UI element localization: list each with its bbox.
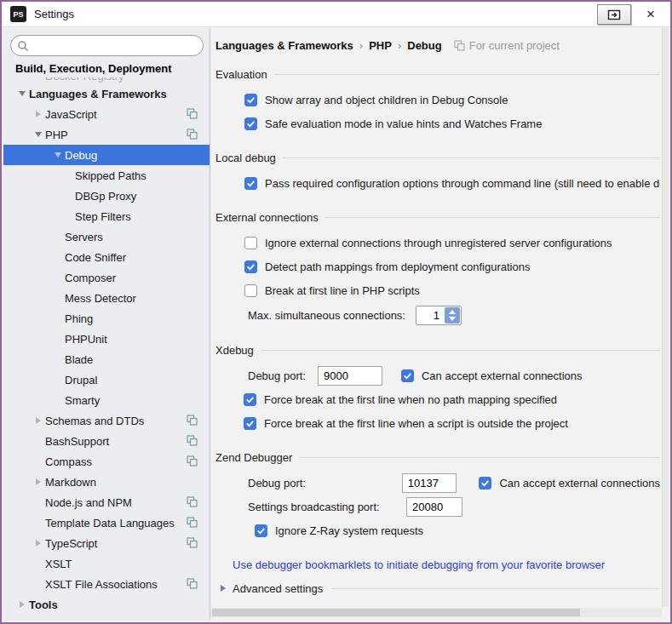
sidebar-item-skipped-paths[interactable]: Skipped Paths — [3, 165, 210, 186]
advanced-settings-row[interactable]: Advanced settings — [215, 578, 660, 598]
titlebar: PS Settings × — [2, 2, 670, 27]
arrow-slot[interactable] — [32, 540, 45, 547]
field-checkbox-group: Can accept external connections — [401, 369, 583, 382]
arrow-slot[interactable] — [51, 152, 65, 157]
advanced-settings-label: Advanced settings — [233, 582, 323, 595]
section-rows: Ignore external connections through unre… — [215, 231, 660, 328]
project-copy-icon — [187, 415, 198, 428]
sidebar-item-blade[interactable]: Blade — [3, 349, 210, 369]
sidebar-item-label: Blade — [65, 353, 93, 366]
sidebar-item-tools[interactable]: Tools — [3, 594, 210, 615]
section-divider — [261, 350, 660, 351]
checkbox-checked[interactable] — [244, 177, 257, 190]
checkbox-row: Detect path mappings from deployment con… — [215, 255, 660, 278]
text-field[interactable]: 9000 — [318, 366, 382, 386]
breadcrumb-item[interactable]: Debug — [407, 39, 441, 52]
sidebar-item-php[interactable]: PHP — [3, 124, 210, 145]
dock-window-button[interactable] — [597, 4, 631, 25]
sidebar-item-node-js-and-npm[interactable]: Node.js and NPM — [3, 492, 210, 512]
section-divider — [299, 457, 660, 458]
chevron-right-icon — [221, 585, 226, 592]
arrow-slot[interactable] — [32, 478, 45, 485]
section-header-external-connections: External connections — [215, 209, 660, 226]
sidebar-item-phpunit[interactable]: PHPUnit — [3, 329, 210, 349]
sidebar-item-compass[interactable]: Compass — [3, 451, 210, 472]
sidebar-item-template-data-languages[interactable]: Template Data Languages — [3, 512, 210, 533]
stepper-up-icon[interactable] — [449, 310, 456, 314]
sidebar-item-composer[interactable]: Composer — [3, 267, 210, 288]
sidebar-item-mess-detector[interactable]: Mess Detector — [3, 288, 210, 308]
breadcrumb-item[interactable]: Languages & Frameworks — [215, 39, 353, 52]
checkbox-checked[interactable] — [244, 117, 257, 130]
stepper-value[interactable]: 1 — [416, 306, 444, 324]
sidebar-item-drupal[interactable]: Drupal — [3, 369, 210, 390]
project-copy-icon — [187, 537, 198, 551]
sidebar-item-smarty[interactable]: Smarty — [3, 390, 210, 410]
sidebar-item-code-sniffer[interactable]: Code Sniffer — [3, 247, 210, 267]
sidebar-item-label: Servers — [65, 231, 103, 243]
checkbox-label: Break at first line in PHP scripts — [265, 284, 420, 297]
sidebar-item-typescript[interactable]: TypeScript — [3, 533, 210, 553]
sidebar-item-markdown[interactable]: Markdown — [3, 472, 210, 492]
checkbox-unchecked[interactable] — [244, 237, 257, 249]
sidebar-item-dbgp-proxy[interactable]: DBGp Proxy — [3, 186, 210, 206]
project-copy-icon — [187, 108, 198, 122]
arrow-slot[interactable] — [32, 111, 45, 117]
checkbox-checked[interactable] — [244, 393, 256, 406]
quantity-stepper[interactable]: 1 — [416, 306, 462, 325]
project-copy-icon — [187, 455, 198, 469]
sidebar-item-step-filters[interactable]: Step Filters — [3, 206, 210, 226]
checkbox-checked[interactable] — [244, 94, 257, 106]
checkbox-label: Can accept external connections — [499, 477, 660, 489]
text-field[interactable]: 20080 — [406, 497, 462, 517]
window-arrow-icon — [607, 9, 621, 20]
vertical-scrollbar[interactable] — [662, 28, 669, 607]
sidebar-item-xslt-file-associations[interactable]: XSLT File Associations — [3, 574, 210, 594]
horizontal-scrollbar[interactable] — [210, 608, 662, 617]
sidebar-item-label: Phing — [65, 312, 93, 325]
section-divider — [274, 74, 660, 75]
section-title: Zend Debugger — [215, 451, 292, 464]
sidebar-item-servers[interactable]: Servers — [3, 226, 210, 247]
checkbox-label: Show array and object children in Debug … — [265, 94, 508, 106]
checkbox-checked[interactable] — [479, 477, 491, 489]
window-title: Settings — [34, 8, 74, 20]
arrow-slot[interactable] — [15, 91, 29, 96]
arrow-slot[interactable] — [32, 417, 45, 424]
checkbox-row: Pass required configuration options thro… — [215, 171, 660, 195]
checkbox-checked[interactable] — [244, 260, 257, 273]
section-title: Xdebug — [215, 344, 254, 357]
sidebar-item-javascript[interactable]: JavaScript — [3, 104, 210, 124]
checkbox-unchecked[interactable] — [244, 284, 257, 297]
breadcrumb-item[interactable]: PHP — [369, 39, 392, 52]
section-divider — [283, 157, 660, 158]
sidebar-item-label: Composer — [65, 272, 116, 284]
field-checkbox-group: Can accept external connections — [479, 477, 660, 489]
checkbox-checked[interactable] — [255, 524, 267, 537]
debugger-bookmarklets-link-row: Use debugger bookmarklets to initiate de… — [215, 554, 660, 575]
project-copy-icon — [187, 578, 198, 592]
arrow-slot[interactable] — [15, 601, 29, 608]
sidebar-item-label: XSLT File Associations — [45, 578, 158, 591]
tree-group-header[interactable]: Build, Execution, Deployment — [3, 59, 210, 77]
sidebar-item-schemas-and-dtds[interactable]: Schemas and DTDs — [3, 410, 210, 431]
close-button[interactable]: × — [641, 5, 660, 24]
field-label: Debug port: — [248, 477, 402, 489]
sidebar-item-bashsupport[interactable]: BashSupport — [3, 431, 210, 451]
checkbox-checked[interactable] — [401, 369, 414, 382]
arrow-slot[interactable] — [32, 132, 45, 137]
stepper-buttons[interactable] — [445, 307, 460, 323]
section-rows: Debug port:10137Can accept external conn… — [215, 471, 660, 542]
text-field[interactable]: 10137 — [402, 473, 457, 493]
section-rows: Show array and object children in Debug … — [215, 88, 660, 135]
checkbox-checked[interactable] — [244, 417, 256, 430]
sidebar-item-debug[interactable]: Debug — [3, 145, 210, 165]
debugger-bookmarklets-link[interactable]: Use debugger bookmarklets to initiate de… — [233, 558, 605, 571]
scrollbar-thumb[interactable] — [212, 609, 580, 616]
stepper-down-icon[interactable] — [449, 317, 456, 321]
sidebar-item-languages-frameworks[interactable]: Languages & Frameworks — [3, 83, 210, 104]
sidebar-item-phing[interactable]: Phing — [3, 308, 210, 329]
sidebar-item-other-settings[interactable]: Other Settings — [3, 615, 210, 621]
sidebar-item-xslt[interactable]: XSLT — [3, 553, 210, 574]
sidebar-item-label: Compass — [45, 455, 92, 468]
